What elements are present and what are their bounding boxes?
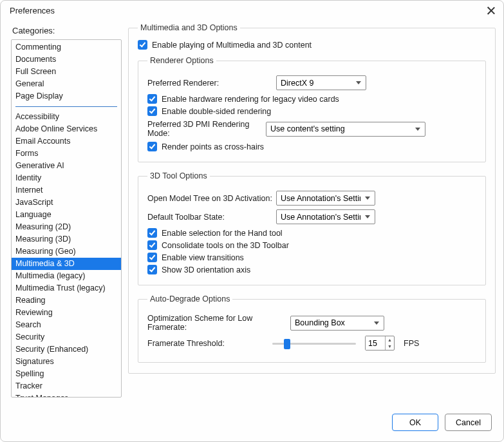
view-transitions-label: Enable view transitions (162, 253, 244, 262)
hand-tool-selection-label: Enable selection for the Hand tool (162, 229, 283, 238)
framerate-threshold-input[interactable] (366, 336, 385, 350)
window-title: Preferences (10, 6, 55, 15)
hand-tool-selection-checkbox[interactable]: Enable selection for the Hand tool (147, 228, 476, 238)
categories-label: Categories: (12, 26, 122, 35)
category-item[interactable]: General (12, 78, 121, 90)
crosshairs-label: Render points as cross-hairs (162, 142, 264, 151)
auto-degrade-group: Auto-Degrade Options Optimization Scheme… (138, 294, 486, 363)
checkbox-icon (147, 94, 157, 104)
close-icon[interactable] (487, 6, 496, 15)
open-model-tree-select[interactable]: Use Annotation's Setting (276, 191, 375, 206)
category-item[interactable]: Measuring (Geo) (12, 245, 121, 258)
category-item[interactable]: Reading (12, 294, 121, 307)
categories-listbox: CommentingDocumentsFull ScreenGeneralPag… (11, 39, 122, 398)
default-toolbar-state-select[interactable]: Use Annotation's Setting (276, 209, 375, 224)
hw-rendering-label: Enable hardware rendering for legacy vid… (162, 95, 339, 104)
double-sided-label: Enable double-sided rendering (162, 107, 271, 116)
category-item[interactable]: Commenting (12, 41, 121, 53)
hw-rendering-checkbox[interactable]: Enable hardware rendering for legacy vid… (147, 94, 476, 104)
category-item[interactable]: Measuring (3D) (12, 233, 121, 245)
checkbox-icon (147, 228, 157, 238)
category-item[interactable]: Email Accounts (12, 135, 121, 148)
category-item[interactable]: Reviewing (12, 307, 121, 319)
crosshairs-checkbox[interactable]: Render points as cross-hairs (147, 142, 476, 151)
dialog-footer: OK Cancel (1, 406, 503, 441)
category-item[interactable]: Measuring (2D) (12, 221, 121, 233)
optimization-scheme-label: Optimization Scheme for Low Framerate: (147, 314, 290, 332)
multimedia-3d-legend: Multimedia and 3D Options (138, 23, 240, 32)
category-item[interactable]: Trust Manager (12, 392, 121, 397)
preferences-dialog: Preferences Categories: CommentingDocume… (0, 0, 504, 442)
pmi-mode-select[interactable]: Use content's setting (266, 122, 425, 137)
category-item[interactable]: Documents (12, 53, 121, 66)
category-item[interactable]: Accessibility (12, 111, 121, 123)
renderer-options-legend: Renderer Options (147, 56, 216, 65)
spinner-up-icon[interactable]: ▲ (386, 336, 394, 343)
titlebar: Preferences (1, 1, 503, 19)
category-separator (15, 106, 117, 107)
spinner-down-icon[interactable]: ▼ (386, 343, 394, 351)
double-sided-checkbox[interactable]: Enable double-sided rendering (147, 106, 476, 116)
preferred-renderer-label: Preferred Renderer: (147, 79, 276, 88)
preferred-renderer-select[interactable]: DirectX 9 (276, 75, 366, 90)
category-item[interactable]: Search (12, 319, 121, 331)
ok-button[interactable]: OK (392, 414, 438, 431)
category-item[interactable]: Forms (12, 148, 121, 160)
pmi-mode-label: Preferred 3D PMI Rendering Mode: (147, 120, 266, 138)
category-item[interactable]: Full Screen (12, 66, 121, 78)
category-item[interactable]: JavaScript (12, 197, 121, 209)
category-item[interactable]: Adobe Online Services (12, 123, 121, 135)
framerate-threshold-unit: FPS (404, 339, 419, 348)
checkbox-icon (138, 40, 147, 50)
category-item[interactable]: Security (12, 331, 121, 343)
checkbox-icon (147, 142, 157, 151)
view-transitions-checkbox[interactable]: Enable view transitions (147, 253, 476, 262)
category-item[interactable]: Language (12, 209, 121, 221)
enable-playing-label: Enable playing of Multimedia and 3D cont… (152, 41, 312, 50)
renderer-options-group: Renderer Options Preferred Renderer: Dir… (138, 56, 486, 162)
consolidate-tools-checkbox[interactable]: Consolidate tools on the 3D Toolbar (147, 240, 476, 250)
slider-thumb-icon (284, 339, 290, 349)
category-item[interactable]: Spelling (12, 368, 121, 380)
auto-degrade-legend: Auto-Degrade Options (147, 294, 232, 303)
3d-tool-options-group: 3D Tool Options Open Model Tree on 3D Ac… (138, 171, 486, 285)
open-model-tree-label: Open Model Tree on 3D Activation: (147, 194, 276, 203)
categories-list[interactable]: CommentingDocumentsFull ScreenGeneralPag… (12, 40, 121, 397)
category-item[interactable]: Identity (12, 172, 121, 184)
multimedia-3d-group: Multimedia and 3D Options Enable playing… (128, 23, 496, 374)
category-item[interactable]: Page Display (12, 90, 121, 102)
category-item[interactable]: Multimedia & 3D (12, 258, 121, 270)
enable-playing-checkbox[interactable]: Enable playing of Multimedia and 3D cont… (138, 40, 486, 50)
checkbox-icon (147, 253, 157, 262)
category-item[interactable]: Multimedia Trust (legacy) (12, 282, 121, 294)
consolidate-tools-label: Consolidate tools on the 3D Toolbar (162, 241, 289, 250)
category-item[interactable]: Generative AI (12, 160, 121, 172)
checkbox-icon (147, 265, 157, 274)
orientation-axis-checkbox[interactable]: Show 3D orientation axis (147, 265, 476, 274)
orientation-axis-label: Show 3D orientation axis (162, 265, 250, 274)
category-item[interactable]: Multimedia (legacy) (12, 270, 121, 282)
framerate-threshold-slider[interactable] (272, 337, 356, 350)
3d-tool-options-legend: 3D Tool Options (147, 171, 210, 180)
framerate-threshold-spinner[interactable]: ▲ ▼ (365, 336, 395, 351)
category-item[interactable]: Internet (12, 184, 121, 197)
category-item[interactable]: Security (Enhanced) (12, 343, 121, 356)
optimization-scheme-select[interactable]: Bounding Box (290, 316, 384, 331)
default-toolbar-state-label: Default Toolbar State: (147, 213, 276, 222)
checkbox-icon (147, 106, 157, 116)
category-item[interactable]: Tracker (12, 380, 121, 392)
checkbox-icon (147, 240, 157, 250)
framerate-threshold-label: Framerate Threshold: (147, 339, 263, 348)
cancel-button[interactable]: Cancel (445, 414, 492, 431)
category-item[interactable]: Signatures (12, 356, 121, 368)
